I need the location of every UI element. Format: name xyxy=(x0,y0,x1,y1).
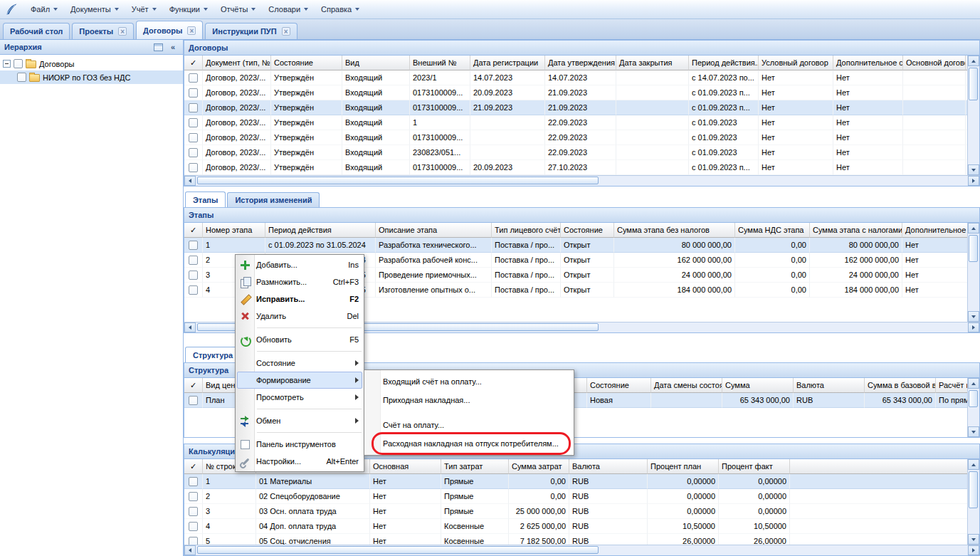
table-cell[interactable] xyxy=(616,145,689,160)
row-checkbox[interactable] xyxy=(189,241,198,250)
table-cell[interactable]: с 01.09.2023 по 31.05.2024 xyxy=(265,238,376,253)
row-checkbox[interactable] xyxy=(189,271,198,280)
scroll-down-button[interactable] xyxy=(968,311,979,322)
table-cell[interactable]: 1 xyxy=(203,238,265,253)
table-cell[interactable]: По прямы... xyxy=(936,393,967,408)
table-cell[interactable]: 20.09.2023 xyxy=(470,160,545,175)
table-cell[interactable]: Договор, 2023/... xyxy=(203,85,271,100)
table-cell[interactable]: Разработка рабочей конс... xyxy=(376,253,492,268)
table-cell[interactable]: 7 182 500,00 xyxy=(509,534,569,545)
table-cell[interactable]: Изготовление опытных о... xyxy=(376,283,492,298)
main-tab[interactable]: Договоры× xyxy=(136,21,203,39)
scroll-down-button[interactable] xyxy=(968,164,979,175)
table-cell[interactable]: Входящий xyxy=(342,85,410,100)
table-cell[interactable]: 184 000 000,00 xyxy=(810,283,902,298)
table-cell[interactable]: Косвенные xyxy=(441,519,509,534)
table-cell[interactable]: Нет xyxy=(370,504,441,519)
scroll-left-button[interactable] xyxy=(184,322,196,332)
table-cell[interactable]: Нет xyxy=(902,268,967,283)
table-cell[interactable]: 0173100009... xyxy=(410,160,470,175)
select-all-header[interactable]: ✓ xyxy=(184,56,203,70)
table-cell[interactable]: Прямые xyxy=(441,489,509,504)
table-cell[interactable]: Договор, 2023/... xyxy=(203,115,271,130)
scroll-track[interactable] xyxy=(968,66,979,164)
tree-expander-icon[interactable] xyxy=(3,60,11,68)
table-cell[interactable]: 0,00 xyxy=(509,489,569,504)
scroll-up-button[interactable] xyxy=(968,223,979,234)
table-cell[interactable]: с 01.09.2023 xyxy=(689,130,759,145)
row-checkbox[interactable] xyxy=(189,522,198,531)
table-cell[interactable] xyxy=(616,70,689,85)
column-header[interactable]: Сумма в базовой в xyxy=(865,378,936,393)
column-header[interactable]: Валюта xyxy=(569,459,648,474)
row-checkbox[interactable] xyxy=(189,163,198,172)
column-header[interactable]: Условный договор xyxy=(759,56,833,70)
table-cell[interactable]: 22.09.2023 xyxy=(545,130,616,145)
context-menu-item[interactable]: Панель инструментов xyxy=(237,436,362,453)
context-menu-item[interactable]: УдалитьDel xyxy=(237,308,362,325)
table-cell[interactable] xyxy=(651,393,722,408)
table-cell[interactable]: Нет xyxy=(759,85,833,100)
column-header[interactable]: Состояние xyxy=(587,378,651,393)
table-cell[interactable] xyxy=(616,100,689,115)
table-cell[interactable]: Поставка / про... xyxy=(492,268,561,283)
table-cell[interactable]: Нет xyxy=(759,70,833,85)
table-cell[interactable]: Прямые xyxy=(441,504,509,519)
tree-node[interactable]: НИОКР по ГОЗ без НДС xyxy=(0,70,183,84)
column-header[interactable]: Процент факт xyxy=(719,459,790,474)
scroll-left-button[interactable] xyxy=(184,176,196,186)
table-cell[interactable] xyxy=(903,130,966,145)
table-cell[interactable] xyxy=(790,519,967,534)
contracts-horizontal-scrollbar[interactable] xyxy=(184,175,979,186)
table-row[interactable]: Договор, 2023/...УтверждёнВходящий2023/1… xyxy=(184,70,967,85)
table-row[interactable]: Договор, 2023/...УтверждёнВходящий017310… xyxy=(184,160,967,175)
table-cell[interactable]: 24 000 000,00 xyxy=(810,268,902,283)
column-header[interactable]: Дата закрытия xyxy=(616,56,689,70)
table-cell[interactable]: 162 000 000,00 xyxy=(614,253,735,268)
stages-vertical-scrollbar[interactable] xyxy=(967,223,979,322)
row-checkbox[interactable] xyxy=(189,256,198,265)
table-cell[interactable]: 80 000 000,00 xyxy=(810,238,902,253)
column-header[interactable]: Дополнительное с xyxy=(833,56,903,70)
menubar-item[interactable]: Словари xyxy=(262,2,315,16)
table-cell[interactable]: 25 000 000,00 xyxy=(509,504,569,519)
table-cell[interactable]: Нет xyxy=(759,130,833,145)
table-cell[interactable]: RUB xyxy=(569,519,648,534)
table-cell[interactable]: Нет xyxy=(370,489,441,504)
tree-node-checkbox[interactable] xyxy=(14,59,23,68)
table-cell[interactable]: 21.09.2023 xyxy=(470,100,545,115)
column-header[interactable]: Расчёт ко xyxy=(936,378,967,393)
calculation-horizontal-scrollbar[interactable] xyxy=(184,545,979,555)
column-header[interactable]: Сумма этапа без налогов xyxy=(614,223,735,238)
table-cell[interactable]: Входящий xyxy=(342,100,410,115)
column-header[interactable]: Сумма этапа с налогами xyxy=(810,223,902,238)
table-cell[interactable]: Открыт xyxy=(561,268,614,283)
table-cell[interactable]: 0173100009... xyxy=(410,130,470,145)
context-menu-item[interactable]: ОбновитьF5 xyxy=(237,331,362,348)
column-header[interactable]: Состояние xyxy=(561,223,614,238)
row-checkbox[interactable] xyxy=(189,396,198,405)
table-cell[interactable]: Поставка / про... xyxy=(492,283,561,298)
table-cell[interactable]: Разработка технического... xyxy=(376,238,492,253)
table-cell[interactable]: 1 xyxy=(203,474,256,489)
main-tab[interactable]: Инструкции ПУП× xyxy=(205,23,297,39)
scroll-thumb[interactable] xyxy=(197,177,599,184)
table-cell[interactable]: Нет xyxy=(833,115,903,130)
table-cell[interactable]: с 01.09.2023 п... xyxy=(689,85,759,100)
table-cell[interactable]: Договор, 2023/... xyxy=(203,100,271,115)
table-cell[interactable]: 0,00000 xyxy=(648,474,719,489)
table-row[interactable]: Договор, 2023/...УтверждёнВходящий017310… xyxy=(184,85,967,100)
context-menu-item[interactable]: Просмотреть xyxy=(237,389,362,406)
main-tab[interactable]: Рабочий стол xyxy=(3,23,70,39)
table-cell[interactable]: 230823/051... xyxy=(410,145,470,160)
table-cell[interactable]: Нет xyxy=(370,519,441,534)
scroll-down-button[interactable] xyxy=(968,426,979,437)
table-cell[interactable]: с 01.09.2023 xyxy=(689,145,759,160)
table-cell[interactable]: Прямые xyxy=(441,474,509,489)
table-cell[interactable]: RUB xyxy=(569,534,648,545)
table-cell[interactable] xyxy=(790,504,967,519)
close-icon[interactable]: × xyxy=(118,27,127,36)
table-cell[interactable] xyxy=(903,100,966,115)
table-cell[interactable]: Входящий xyxy=(342,115,410,130)
main-tab[interactable]: Проекты× xyxy=(72,23,134,39)
